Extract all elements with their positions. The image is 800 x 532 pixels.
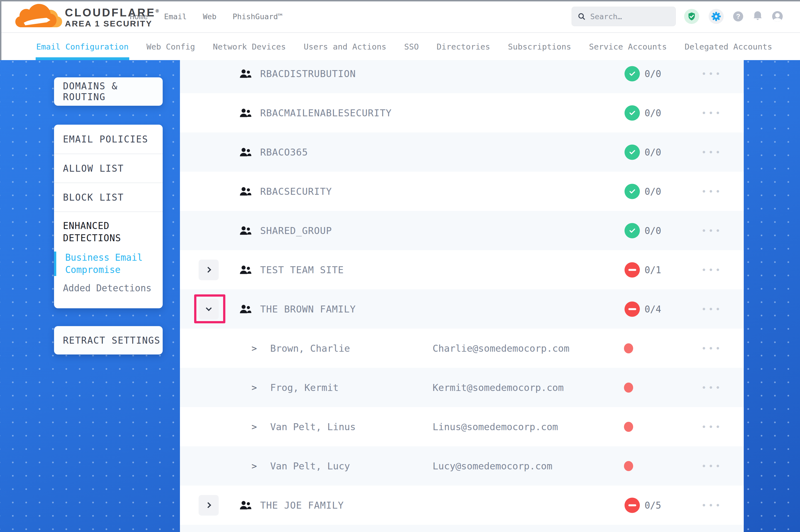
member-email: Lucy@somedemocorp.com (433, 460, 552, 472)
domains-routing-label: DOMAINS & ROUTING (54, 81, 163, 102)
window-edge-left (0, 0, 1, 60)
sidebar-item-enhanced-detections[interactable]: ENHANCED DETECTIONS (54, 211, 163, 244)
status-badge (624, 184, 640, 199)
tab-users-and-actions[interactable]: Users and Actions (304, 33, 386, 60)
group-icon (239, 264, 252, 276)
group-name: SHARED_GROUP (260, 225, 332, 236)
groups-list-panel: RBACDISTRUBUTION 0/0 ••• RBACMAILENABLES… (180, 60, 744, 532)
row-actions-button[interactable]: ••• (702, 186, 722, 196)
member-chevron-icon[interactable]: > (252, 421, 257, 432)
tab-delegated-accounts[interactable]: Delegated Accounts (685, 33, 772, 60)
nav-web[interactable]: Web (203, 12, 216, 21)
row-actions-button[interactable]: ••• (702, 69, 722, 78)
group-row: THE JOE FAMILY 0/5 ••• (180, 486, 744, 525)
tab-service-accounts[interactable]: Service Accounts (589, 33, 667, 60)
help-icon[interactable]: ? (733, 12, 743, 21)
group-icon (239, 186, 252, 197)
group-icon (239, 225, 252, 236)
shield-check-icon[interactable] (684, 9, 699, 24)
member-count: 0/0 (644, 108, 661, 118)
member-email: Charlie@somedemocorp.com (433, 343, 569, 354)
tab-directories[interactable]: Directories (436, 33, 490, 60)
avatar-icon[interactable] (772, 11, 783, 22)
status-badge (624, 66, 640, 81)
header-icons: ? (684, 0, 783, 33)
sidebar-item-block-list[interactable]: BLOCK LIST (54, 183, 163, 211)
row-actions-button[interactable]: ••• (702, 265, 722, 274)
group-row: SHARED_GROUP 0/0 ••• (180, 211, 744, 250)
group-row: RBACO365 0/0 ••• (180, 132, 744, 172)
tab-sso[interactable]: SSO (404, 33, 419, 60)
tab-subscriptions[interactable]: Subscriptions (508, 33, 571, 60)
row-actions-button[interactable]: ••• (702, 500, 722, 510)
group-icon (239, 68, 252, 79)
row-actions-button[interactable]: ••• (702, 304, 722, 314)
search-input[interactable] (590, 12, 668, 21)
filler-row (180, 525, 744, 532)
sidebar-item-added-detections[interactable]: Added Detections (54, 283, 163, 293)
member-name: Van Pelt, Linus (270, 421, 356, 432)
nav-email[interactable]: Email (164, 12, 187, 21)
primary-header: CLOUDFLARE® AREA 1 SECURITY Home Email W… (0, 0, 800, 33)
tab-web-config[interactable]: Web Config (146, 33, 195, 60)
window-edge-top (0, 0, 800, 1)
nav-phishguard[interactable]: PhishGuard™ (233, 12, 283, 21)
secondary-nav: Email Configuration Web Config Network D… (0, 33, 800, 60)
member-count: 0/0 (644, 225, 661, 236)
member-chevron-icon[interactable]: > (252, 461, 257, 471)
member-chevron-icon[interactable]: > (252, 382, 257, 393)
row-actions-button[interactable]: ••• (702, 461, 722, 471)
status-badge (624, 145, 640, 160)
row-actions-button[interactable]: ••• (702, 343, 722, 353)
group-name: RBACSECURITY (260, 186, 332, 197)
member-status-dot (624, 383, 633, 393)
row-actions-button[interactable]: ••• (702, 383, 722, 392)
member-count: 0/4 (644, 304, 661, 315)
status-badge (624, 301, 640, 317)
group-icon (239, 108, 252, 118)
status-badge (624, 223, 640, 238)
member-chevron-icon[interactable]: > (252, 343, 257, 354)
gear-icon[interactable] (709, 9, 724, 24)
groups-list: RBACDISTRUBUTION 0/0 ••• RBACMAILENABLES… (180, 60, 744, 532)
sidebar-card-retract-settings[interactable]: RETRACT SETTINGS (54, 326, 163, 355)
retract-settings-label: RETRACT SETTINGS (54, 335, 161, 346)
group-name: TEST TEAM SITE (260, 264, 344, 276)
group-name: RBACDISTRUBUTION (260, 68, 356, 79)
sidebar-card-domains-routing[interactable]: DOMAINS & ROUTING (54, 77, 163, 106)
group-name: RBACMAILENABLESECURITY (260, 108, 392, 118)
member-name: Van Pelt, Lucy (270, 460, 350, 472)
sidebar-item-business-email-compromise[interactable]: Business Email Compromise (54, 251, 163, 276)
group-row: TEST TEAM SITE 0/1 ••• (180, 250, 744, 289)
nav-home[interactable]: Home (130, 12, 148, 21)
member-count: 0/5 (644, 500, 661, 511)
row-actions-button[interactable]: ••• (702, 226, 722, 235)
group-icon (239, 500, 252, 511)
group-icon (239, 147, 252, 158)
status-badge (624, 262, 640, 278)
tab-email-configuration[interactable]: Email Configuration (36, 33, 129, 60)
sidebar-item-email-policies[interactable]: EMAIL POLICIES (54, 125, 163, 154)
expander-button[interactable] (199, 260, 219, 280)
member-row: > Van Pelt, Linus Linus@somedemocorp.com… (180, 407, 744, 446)
group-name: RBACO365 (260, 147, 308, 158)
member-status-dot (624, 461, 633, 471)
member-status-dot (624, 343, 633, 354)
row-actions-button[interactable]: ••• (702, 108, 722, 118)
expander-button[interactable] (199, 299, 219, 319)
member-name: Frog, Kermit (270, 382, 339, 393)
row-actions-button[interactable]: ••• (702, 422, 722, 432)
member-email: Linus@somedemocorp.com (433, 421, 558, 432)
group-name: THE JOE FAMILY (260, 500, 344, 511)
status-badge (624, 105, 640, 120)
member-status-dot (624, 422, 633, 432)
tab-network-devices[interactable]: Network Devices (213, 33, 286, 60)
sidebar-item-allow-list[interactable]: ALLOW LIST (54, 154, 163, 183)
bell-icon[interactable] (753, 10, 763, 22)
search-box[interactable] (571, 7, 676, 26)
sidebar-card-policies: EMAIL POLICIES ALLOW LIST BLOCK LIST ENH… (54, 125, 163, 308)
group-row: RBACSECURITY 0/0 ••• (180, 172, 744, 211)
expander-button[interactable] (199, 495, 219, 516)
member-name: Brown, Charlie (270, 343, 350, 354)
row-actions-button[interactable]: ••• (702, 147, 722, 157)
